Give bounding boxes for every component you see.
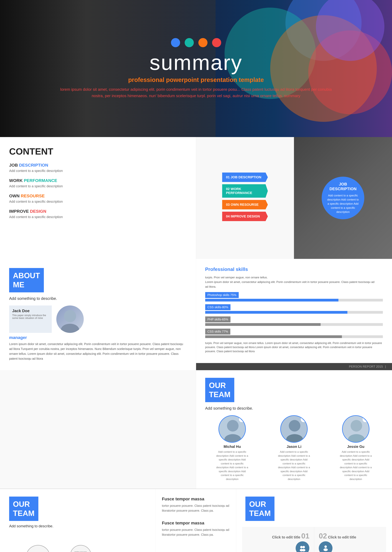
- network-diagram: Eutur pouere posuere. Class patent bsoci…: [9, 533, 147, 552]
- num-label-1: 01 JOB DESCRIPTION: [226, 175, 261, 179]
- numbered-item-3: 03 OWN RESOURSE: [222, 200, 268, 209]
- content-desc-4: Add content to a specific description: [9, 215, 187, 219]
- person-info-box: Jack Doe This paper simply introduce the…: [9, 305, 52, 333]
- member-3-avatar: ✓: [342, 415, 370, 443]
- skill-item-4: CSS skills 77%: [205, 329, 383, 338]
- skill-bar-fill-4: [205, 335, 342, 338]
- skills-bio-bottom: turpis. Pron vel semper augue, non ornar…: [205, 341, 383, 354]
- slide-content: CONTENT JOB DESCRIPTION Add content to a…: [0, 137, 392, 259]
- manager-section: manager Lorem ipsum dolor sit amet, cons…: [9, 335, 187, 361]
- svg-point-6: [289, 420, 300, 432]
- skill-bar-bg-4: [205, 335, 383, 338]
- person-bio: Lorem ipsum dolor sit amet, consectetur …: [9, 341, 187, 361]
- skills-bio-top: turpis. Pron vel semper augue, non ornar…: [205, 275, 383, 289]
- svg-point-12: [302, 546, 305, 548]
- fusce-item-2: Fusce tempor massa tortor posuere posuer…: [162, 521, 230, 537]
- quad-title-row: OURTEAM: [245, 496, 383, 521]
- member-3-name: Jessie Gu: [339, 445, 372, 449]
- content-heading-4: IMPROVE DESIGN: [9, 209, 187, 214]
- fusce-body-2: tortor posuere posuere. Class patent tso…: [162, 527, 230, 537]
- content-item-3: OWN RESOURSE Add content to a specific d…: [9, 194, 187, 204]
- our-team-photos-section: OURTEAM Add something to describe. ✓ Mic…: [196, 370, 392, 489]
- content-desc-3: Add content to a specific description: [9, 200, 187, 204]
- about-me-skills-section: Professional skills turpis. Pron vel sem…: [196, 259, 392, 370]
- quad-header: OURTEAM: [236, 489, 392, 527]
- summary-title: summary: [149, 50, 243, 75]
- quad-blue-box: OURTEAM: [245, 496, 275, 521]
- people-icon: [299, 545, 306, 552]
- quad-grid: Click to edit title 01 tortor posuere po…: [242, 527, 386, 552]
- fusce-body-1: tortor posuere posuere. Class patent tso…: [162, 503, 230, 513]
- manager-title: manager: [9, 335, 187, 340]
- skill-label-1: Photoshop skills 75%: [205, 292, 239, 298]
- svg-point-15: [324, 545, 327, 548]
- content-desc-2: Add content to a specific description: [9, 184, 187, 188]
- numbered-item-1: 01 JOB DESCRIPTION: [222, 172, 268, 182]
- svg-point-0: [64, 310, 76, 322]
- svg-point-3: [227, 420, 238, 432]
- summary-body: lorem ipsum dolor sit amet, consectetur …: [59, 86, 333, 99]
- content-highlight-3: RESOURSE: [21, 194, 45, 198]
- quad-grid-container: Click to edit title 01 tortor posuere po…: [242, 527, 386, 552]
- our-team-blue-box: OURTEAM: [205, 378, 234, 402]
- member-3-desc: Add content to a specific description Ad…: [339, 450, 372, 481]
- skills-footer-text: PERSON REPORT 2015: [349, 365, 383, 368]
- quad-top-left: Click to edit title 01 tortor posuere po…: [242, 527, 314, 552]
- people-icon-2: [322, 545, 329, 552]
- our-team-left-placeholder: [0, 370, 196, 489]
- fusce-item-1: Fusce tempor massa tortor posuere posuer…: [162, 496, 230, 513]
- content-center: 01 JOB DESCRIPTION 02 WORK PERFORMANCE 0…: [196, 137, 294, 259]
- team-network-desc: Add something to describe.: [9, 524, 147, 528]
- skill-bar-fill-3: [205, 323, 321, 326]
- slide-about-team: ABOUTME Add something to describe. Jack …: [0, 259, 392, 370]
- person-avatar-svg: [56, 305, 84, 333]
- person-card: Jack Doe This paper simply introduce the…: [9, 305, 187, 333]
- team-member-1: ✓ Michal Hu Add content to a specific de…: [215, 415, 249, 481]
- about-me-add-desc: Add something to describe.: [9, 296, 187, 301]
- dot-teal: [185, 38, 194, 47]
- content-highlight-2: PERFORMANCE: [24, 178, 57, 183]
- content-highlight-4: DESIGN: [30, 209, 46, 214]
- num-label-4: 04 IMPROVE DESIGN: [226, 214, 260, 218]
- team-network-blue-box: OURTEAM: [9, 496, 38, 521]
- skills-title: Professional skills: [205, 267, 383, 272]
- quad-tl-icon: [296, 541, 309, 552]
- member-2-badge: ✓: [301, 417, 306, 422]
- skill-label-3: PHP skills-65%: [205, 316, 231, 322]
- bottom-slides-row: OURTEAM Add something to describe. Eutur…: [0, 489, 392, 552]
- jd-title: JOB DESCRIPTION: [326, 182, 360, 191]
- member-1-desc: Add content to a specific description Ad…: [215, 450, 249, 481]
- num-label-2: 02 WORK PERFORMANCE: [226, 187, 252, 195]
- content-title: CONTENT: [9, 146, 187, 157]
- footer-divider: |: [385, 365, 386, 368]
- member-3-badge: ✓: [363, 417, 368, 422]
- slide-our-team-photos: OURTEAM Add something to describe. ✓ Mic…: [0, 370, 392, 489]
- person-name: Jack Doe: [12, 309, 49, 313]
- svg-point-16: [323, 548, 328, 551]
- dot-red: [212, 38, 221, 47]
- quad-tl-title: Click to edit title 01: [247, 532, 309, 540]
- skill-bar-bg-1: [205, 299, 383, 302]
- member-2-name: Jason Li: [277, 445, 311, 449]
- quad-tr-num: 02: [319, 532, 327, 540]
- skill-label-2: CSS skills-80%: [205, 304, 231, 310]
- svg-point-9: [350, 420, 362, 432]
- member-2-avatar: ✓: [280, 415, 308, 443]
- member-2-desc: Add content to a specific description Ad…: [277, 450, 311, 481]
- fusce-title-2: Fusce tempor massa: [162, 521, 230, 525]
- content-highlight-1: DESCRIPTION: [19, 163, 48, 168]
- quad-top-right: 02 Click to edit title tortor posuere po…: [314, 527, 386, 552]
- dot-blue: [171, 38, 180, 47]
- member-1-avatar: ✓: [218, 415, 246, 443]
- content-heading-2: WORK PERFORMANCE: [9, 178, 187, 183]
- team-member-3: ✓ Jessie Gu Add content to a specific de…: [339, 415, 372, 481]
- content-desc-1: Add content to a specific description: [9, 169, 187, 173]
- slide-our-team-quad: OURTEAM Click to edit title 01: [236, 489, 392, 552]
- node-top-right-label: tortor pouere posuere. Class patent bsoc…: [72, 551, 89, 552]
- skill-item-3: PHP skills-65%: [205, 316, 383, 326]
- skill-label-4: CSS skills 77%: [205, 329, 231, 334]
- numbered-item-2: 02 WORK PERFORMANCE: [222, 184, 268, 198]
- skill-bar-bg-2: [205, 311, 383, 314]
- skill-item-2: CSS skills-80%: [205, 304, 383, 314]
- about-me-section: ABOUTME Add something to describe. Jack …: [0, 259, 196, 370]
